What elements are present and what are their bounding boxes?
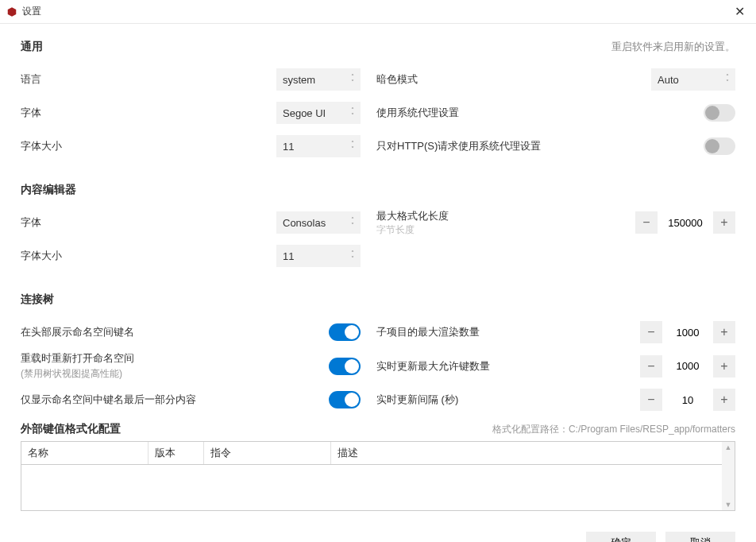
plus-button[interactable]: + bbox=[713, 321, 735, 343]
cancel-button[interactable]: 取消 bbox=[665, 532, 735, 542]
http-proxy-toggle[interactable] bbox=[704, 137, 735, 155]
darkmode-select[interactable]: Auto ˄˅ bbox=[651, 68, 735, 91]
maxrender-input[interactable] bbox=[662, 321, 713, 343]
editor-font-select[interactable]: Consolas ˄˅ bbox=[276, 211, 361, 234]
ok-button[interactable]: 确定 bbox=[586, 532, 656, 542]
app-icon bbox=[6, 6, 17, 17]
minus-button[interactable]: − bbox=[640, 355, 662, 377]
reopen-ns-toggle[interactable] bbox=[329, 358, 361, 375]
close-icon[interactable]: ✕ bbox=[730, 4, 750, 19]
interval-label: 实时更新间隔 (秒) bbox=[376, 393, 640, 407]
chevron-up-down-icon: ˄˅ bbox=[351, 250, 354, 261]
maxformat-hint: 字节长度 bbox=[376, 223, 635, 237]
maxkeys-stepper[interactable]: − + bbox=[640, 355, 735, 377]
darkmode-label: 暗色模式 bbox=[376, 72, 651, 87]
col-version: 版本 bbox=[148, 442, 204, 464]
section-tree-title: 连接树 bbox=[21, 292, 735, 307]
chevron-down-icon: ▼ bbox=[725, 501, 732, 509]
show-ns-label: 在头部展示命名空间键名 bbox=[21, 325, 329, 339]
chevron-up-down-icon: ˄˅ bbox=[351, 141, 354, 152]
short-ns-label: 仅显示命名空间中键名最后一部分内容 bbox=[21, 393, 329, 407]
minus-button[interactable]: − bbox=[640, 389, 662, 411]
minus-button[interactable]: − bbox=[640, 321, 662, 343]
font-select[interactable]: Segoe UI ˄˅ bbox=[276, 102, 361, 124]
show-ns-toggle[interactable] bbox=[329, 323, 361, 341]
maxformat-label: 最大格式化长度 bbox=[376, 209, 635, 223]
window-title: 设置 bbox=[22, 5, 730, 18]
col-desc: 描述 bbox=[331, 442, 722, 464]
chevron-up-down-icon: ˄˅ bbox=[351, 74, 354, 85]
section-editor-title: 内容编辑器 bbox=[21, 183, 735, 197]
chevron-up-down-icon: ˄˅ bbox=[726, 74, 729, 85]
language-select[interactable]: system ˄˅ bbox=[276, 68, 361, 91]
editor-font-label: 字体 bbox=[21, 215, 276, 230]
http-proxy-label: 只对HTTP(S)请求使用系统代理设置 bbox=[376, 139, 704, 153]
section-formatters-title: 外部键值格式化配置 bbox=[21, 422, 121, 436]
maxformat-input[interactable] bbox=[658, 211, 713, 234]
use-system-proxy-toggle[interactable] bbox=[704, 104, 735, 122]
editor-fontsize-label: 字体大小 bbox=[21, 249, 276, 263]
reopen-ns-label: 重载时重新打开命名空间 bbox=[21, 351, 329, 366]
col-cmd: 指令 bbox=[204, 442, 331, 464]
fontsize-label: 字体大小 bbox=[21, 139, 276, 153]
reopen-ns-sublabel: (禁用树状视图提高性能) bbox=[21, 367, 329, 381]
plus-button[interactable]: + bbox=[713, 389, 735, 411]
maxkeys-label: 实时更新最大允许键数量 bbox=[376, 359, 640, 374]
interval-input[interactable] bbox=[662, 389, 713, 411]
formatters-table: 名称 版本 指令 描述 ▲ ▼ bbox=[21, 441, 735, 511]
interval-stepper[interactable]: − + bbox=[640, 389, 735, 411]
chevron-up-down-icon: ˄˅ bbox=[351, 217, 354, 228]
short-ns-toggle[interactable] bbox=[329, 391, 361, 408]
language-label: 语言 bbox=[21, 72, 276, 87]
titlebar: 设置 ✕ bbox=[0, 0, 756, 24]
minus-button[interactable]: − bbox=[635, 211, 658, 234]
restart-hint: 重启软件来启用新的设置。 bbox=[611, 40, 735, 54]
svg-marker-0 bbox=[8, 7, 17, 17]
chevron-up-down-icon: ˄˅ bbox=[351, 107, 354, 118]
maxformat-stepper[interactable]: − + bbox=[635, 211, 735, 234]
plus-button[interactable]: + bbox=[713, 211, 735, 234]
col-name: 名称 bbox=[21, 442, 148, 464]
table-scrollbar[interactable]: ▲ ▼ bbox=[722, 442, 735, 510]
font-label: 字体 bbox=[21, 106, 276, 120]
fontsize-select[interactable]: 11 ˄˅ bbox=[276, 135, 361, 157]
formatters-path: 格式化配置路径：C:/Program Files/RESP_app/format… bbox=[492, 423, 735, 436]
editor-fontsize-select[interactable]: 11 ˄˅ bbox=[276, 245, 361, 267]
plus-button[interactable]: + bbox=[713, 355, 735, 377]
maxrender-label: 子项目的最大渲染数量 bbox=[376, 325, 640, 339]
maxrender-stepper[interactable]: − + bbox=[640, 321, 735, 343]
chevron-up-icon: ▲ bbox=[725, 443, 732, 451]
section-general-title: 通用 bbox=[21, 40, 43, 54]
maxkeys-input[interactable] bbox=[662, 355, 713, 377]
use-system-proxy-label: 使用系统代理设置 bbox=[376, 106, 704, 120]
